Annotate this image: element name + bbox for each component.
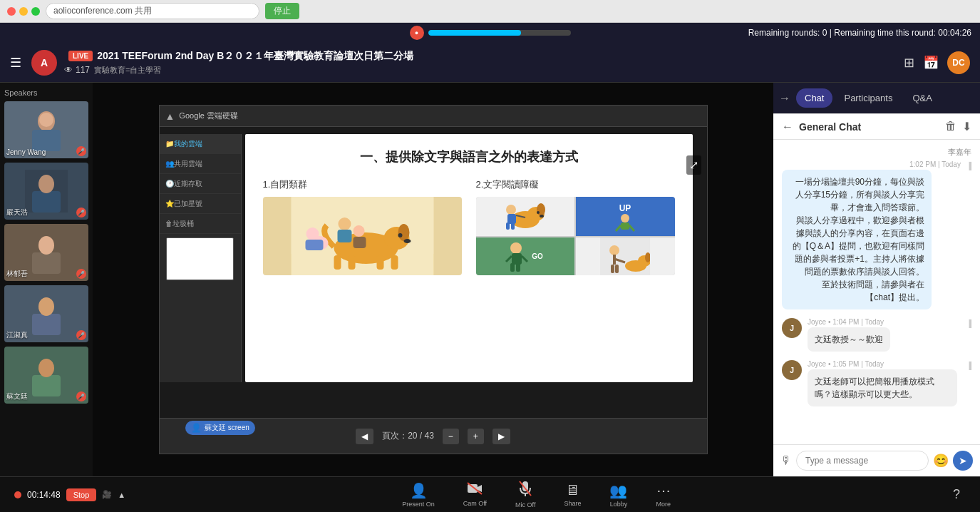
mic-input-icon[interactable]: 🎙	[780, 454, 792, 467]
user-avatar[interactable]: DC	[947, 51, 970, 74]
svg-rect-52	[510, 263, 515, 272]
nav-item-1[interactable]: 📁 我的雲端	[160, 134, 241, 154]
speaker-card: 嚴天浩 🎤	[4, 163, 88, 220]
download-icon[interactable]: ⬇	[962, 120, 971, 133]
main-header: ☰ A LIVE 2021 TEEForum 2nd Day B２０２１年臺灣實…	[0, 43, 980, 83]
speaker-name-5: 蘇文廷	[6, 391, 28, 401]
svg-rect-62	[611, 265, 614, 273]
help-button[interactable]: ?	[947, 484, 966, 505]
live-badge: LIVE	[68, 51, 93, 61]
expand-button[interactable]: ⤢	[686, 155, 701, 175]
maximize-dot[interactable]	[31, 7, 40, 16]
trash-icon: 🗑	[165, 220, 172, 227]
eye-icon: 👁	[64, 65, 73, 75]
mic-icon-4: 🎤	[76, 330, 86, 340]
message-group-2: J Joyce • 1:04 PM | Today 文廷教授～～歡迎 ▐	[782, 318, 971, 352]
more-label: More	[656, 501, 671, 508]
viewer-count: 👁 117	[64, 65, 90, 75]
msg-text-2: 文廷教授～～歡迎	[808, 327, 890, 352]
lobby-icon: 👥	[609, 482, 627, 499]
calendar-icon[interactable]: 📅	[923, 55, 939, 71]
msg-delete-icon-3[interactable]: ▐	[966, 362, 971, 369]
mic-off-icon	[519, 481, 532, 500]
slide-area: 一、提供除文字與語言之外的表達方式 1.自閉類群	[245, 134, 693, 382]
tab-chat[interactable]: Chat	[796, 88, 832, 108]
msg-sender-label-2: Joyce • 1:04 PM | Today	[808, 318, 961, 326]
svg-point-7	[38, 236, 54, 255]
tab-participants[interactable]: Participants	[835, 88, 901, 108]
chat-title: General Chat	[799, 121, 939, 133]
svg-rect-40	[511, 222, 515, 230]
nav-item-4[interactable]: ⭐ 已加星號	[160, 194, 241, 214]
progress-area: ●	[410, 26, 571, 40]
quality-label: 🎥	[102, 490, 112, 499]
progress-fill	[428, 30, 521, 36]
present-on-button[interactable]: 👤 Present On	[396, 479, 440, 511]
svg-point-36	[506, 205, 516, 215]
right-panel: → Chat Participants Q&A ← General Chat 🗑…	[773, 83, 980, 476]
screen-share-text: 蘇文廷 screen	[205, 423, 249, 433]
msg-delete-icon-1[interactable]: ▐	[966, 162, 971, 170]
tab-qa[interactable]: Q&A	[904, 88, 940, 108]
main-layout: Speakers Jenny Wang 🎤 嚴天	[0, 83, 980, 476]
more-button[interactable]: ⋯ More	[650, 479, 676, 511]
close-dot[interactable]	[7, 7, 16, 16]
minimize-dot[interactable]	[19, 7, 28, 16]
svg-point-22	[403, 239, 411, 243]
hamburger-icon[interactable]: ☰	[10, 55, 21, 71]
browser-stop-button[interactable]: 停止	[265, 3, 299, 19]
msg-content-3: Joyce • 1:05 PM | Today 文廷老師可以把簡報用播放模式嗎？…	[808, 360, 961, 406]
share-icon: 🖥	[565, 482, 579, 498]
speaker-card: 蘇文廷 🎤	[4, 347, 88, 404]
header-icons: ⊞ 📅 DC	[904, 51, 970, 74]
presentation-body: 📁 我的雲端 👥 共用雲端 🕐 近期存取 ⭐ 已加星號	[160, 127, 707, 418]
clock-icon: 🕐	[165, 180, 174, 188]
browser-url: aolioconference.com 共用	[46, 3, 259, 19]
svg-rect-64	[468, 484, 478, 493]
svg-point-48	[510, 242, 522, 254]
header-subtitle: 實驗教育=自主學習	[94, 65, 161, 76]
emoji-button[interactable]: 😊	[933, 453, 949, 469]
lobby-button[interactable]: 👥 Lobby	[604, 479, 633, 511]
back-arrow-icon[interactable]: ←	[782, 121, 793, 133]
mic-off-button[interactable]: Mic Off	[510, 478, 541, 511]
delete-icon[interactable]: 🗑	[945, 120, 956, 133]
svg-point-28	[353, 225, 364, 237]
prev-slide-button[interactable]: ◀	[356, 429, 373, 444]
slide-counter: 頁次：20 / 43	[382, 430, 434, 442]
svg-rect-5	[25, 170, 68, 213]
speaker-name-4: 江淑真	[6, 330, 28, 340]
chat-input-area: 🎙 😊 ➤	[773, 444, 980, 476]
svg-rect-63	[615, 265, 619, 273]
quality-arrow[interactable]: ▲	[118, 491, 125, 499]
presentation-title: Google 雲端硬碟	[179, 111, 238, 121]
nav-item-2[interactable]: 👥 共用雲端	[160, 154, 241, 174]
svg-rect-8	[32, 314, 61, 335]
more-icon: ⋯	[656, 482, 671, 499]
panel-tabs: → Chat Participants Q&A	[773, 83, 980, 114]
mic-icon-1: 🎤	[76, 146, 86, 156]
svg-point-35	[540, 215, 544, 217]
svg-point-16	[398, 224, 409, 241]
mic-off-label: Mic Off	[515, 501, 535, 508]
screen-share-icon[interactable]: ⊞	[904, 55, 914, 71]
timer-bar: ● Remaining rounds: 0 | Remaining time t…	[0, 23, 980, 43]
next-slide-button[interactable]: ▶	[492, 429, 510, 444]
msg-content-1: 1:02 PM | Today 一場分場論壇共90分鐘，每位與談人分享15分鐘，…	[782, 160, 961, 309]
cam-off-button[interactable]: Cam Off	[458, 479, 492, 510]
zoom-in-button[interactable]: +	[468, 429, 484, 444]
presentation-left-nav: 📁 我的雲端 👥 共用雲端 🕐 近期存取 ⭐ 已加星號	[160, 134, 242, 382]
svg-rect-25	[305, 240, 323, 250]
stop-button[interactable]: Stop	[66, 488, 97, 501]
nav-item-5[interactable]: 🗑 垃圾桶	[160, 214, 241, 234]
zoom-out-button[interactable]: −	[443, 429, 459, 444]
msg-delete-icon-2[interactable]: ▐	[966, 319, 971, 327]
send-button[interactable]: ➤	[953, 451, 973, 471]
nav-item-3[interactable]: 🕐 近期存取	[160, 174, 241, 194]
collapse-arrow[interactable]: →	[779, 92, 790, 105]
share-button[interactable]: 🖥 Share	[558, 479, 587, 510]
svg-point-59	[609, 245, 619, 255]
svg-rect-37	[507, 214, 516, 224]
chat-input[interactable]	[796, 451, 929, 471]
msg-avatar-2: J	[782, 318, 802, 338]
